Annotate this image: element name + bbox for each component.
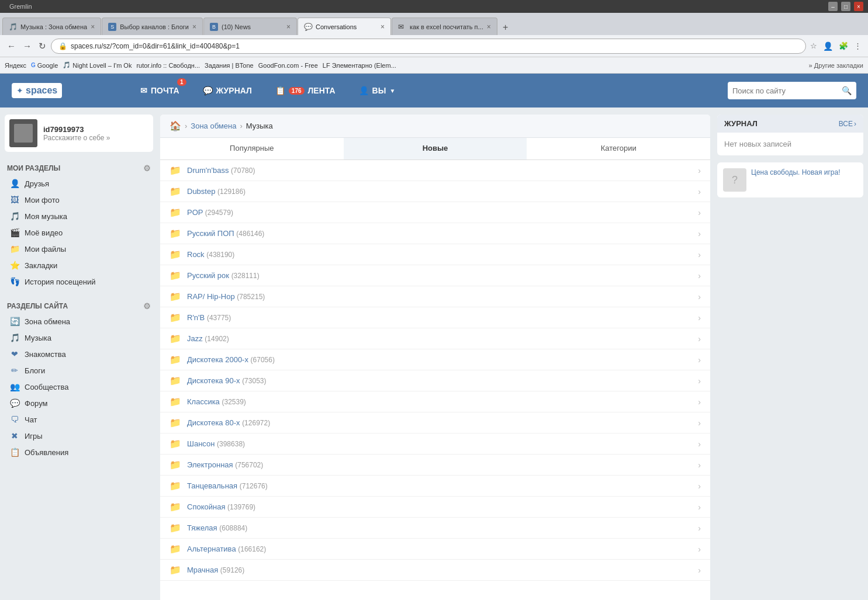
sidebar-item-мои-файлы[interactable]: 📁Мои файлы xyxy=(5,241,153,257)
tab-close-4[interactable]: × xyxy=(381,23,385,31)
folder-item[interactable]: 📁 Классика (32539) › xyxy=(160,391,710,412)
sidebar-item-моё-видео[interactable]: 🎬Моё видео xyxy=(5,224,153,241)
bookmark-rutor[interactable]: rutor.info :: Свободн... xyxy=(136,62,200,69)
folder-item[interactable]: 📁 Спокойная (139769) › xyxy=(160,497,710,518)
tab-favicon-3: В xyxy=(210,23,218,31)
tab-close-3[interactable]: × xyxy=(286,23,291,31)
tab-popular[interactable]: Популярные xyxy=(160,138,344,159)
folder-name: Jazz (14902) xyxy=(187,334,698,343)
menu-item-label: Моё видео xyxy=(25,228,63,237)
sidebar-item-история-посещений[interactable]: 👣История посещений xyxy=(5,273,153,290)
sidebar-item-закладки[interactable]: ⭐Закладки xyxy=(5,257,153,273)
folder-item[interactable]: 📁 POP (294579) › xyxy=(160,202,710,223)
site-header: ✦ spaces ✉ ПОЧТА 1 💬 ЖУРНАЛ 📋 176 ЛЕНТА … xyxy=(0,74,868,107)
sidebar-item-чат[interactable]: 🗨Чат xyxy=(5,411,153,428)
folder-item[interactable]: 📁 Dubstep (129186) › xyxy=(160,181,710,202)
menu-item-label: Друзья xyxy=(25,179,49,188)
folder-item[interactable]: 📁 Дискотека 80-х (126972) › xyxy=(160,412,710,433)
folder-arrow-icon: › xyxy=(698,313,701,322)
folder-item[interactable]: 📁 Jazz (14902) › xyxy=(160,328,710,349)
browser-tab-1[interactable]: 🎵 Музыка : Зона обмена × xyxy=(2,18,101,35)
folder-item[interactable]: 📁 R'n'B (43775) › xyxy=(160,307,710,328)
folder-item[interactable]: 📁 Альтернатива (166162) › xyxy=(160,539,710,560)
bookmarks-more[interactable]: » Другие закладки xyxy=(809,62,863,69)
sidebar-item-сообщества[interactable]: 👥Сообщества xyxy=(5,379,153,395)
folder-icon: 📁 xyxy=(170,249,181,260)
sidebar-item-игры[interactable]: ✖Игры xyxy=(5,428,153,444)
folder-item[interactable]: 📁 Русский рок (328111) › xyxy=(160,265,710,286)
tab-new[interactable]: Новые xyxy=(344,138,527,159)
folder-item[interactable]: 📁 RAP/ Hip-Hop (785215) › xyxy=(160,286,710,307)
back-button[interactable]: ← xyxy=(5,39,18,53)
folder-item[interactable]: 📁 Русский ПОП (486146) › xyxy=(160,223,710,244)
site-search-bar[interactable]: 🔍 xyxy=(728,82,856,99)
sidebar-item-мои-фото[interactable]: 🖼Мои фото xyxy=(5,192,153,208)
browser-tab-5[interactable]: ✉ как в excel посчитать п... × xyxy=(392,18,497,35)
browser-tab-3[interactable]: В (10) News × xyxy=(203,18,297,35)
nav-journal[interactable]: 💬 ЖУРНАЛ xyxy=(191,74,264,107)
ad-thumbnail: ? xyxy=(723,168,746,192)
browser-tab-4[interactable]: 💬 Conversations × xyxy=(298,18,391,35)
tab-close-2[interactable]: × xyxy=(192,23,196,31)
folder-icon: 📁 xyxy=(170,501,181,512)
search-input[interactable] xyxy=(732,86,839,95)
nav-bar: ← → ↻ 🔒 spaces.ru/sz/?com_id=0&dir=61&li… xyxy=(0,35,868,57)
bookmark-nightlovell[interactable]: 🎵 Night Lovell – I'm Ok xyxy=(63,61,132,69)
bookmark-goodfon[interactable]: GoodFon.com - Free xyxy=(258,62,318,69)
folder-item[interactable]: 📁 Rock (438190) › xyxy=(160,244,710,265)
avatar-nav-button[interactable]: 👤 xyxy=(821,40,835,53)
home-icon[interactable]: 🏠 xyxy=(170,120,181,131)
sidebar-item-друзья[interactable]: 👤Друзья xyxy=(5,175,153,192)
breadcrumb-zone[interactable]: Зона обмена xyxy=(191,122,236,130)
sidebar-item-знакомства[interactable]: ❤Знакомства xyxy=(5,346,153,362)
my-sections-title: МОИ РАЗДЕЛЫ ⚙ xyxy=(5,159,153,175)
search-button[interactable]: 🔍 xyxy=(842,86,852,95)
settings-icon[interactable]: ⚙ xyxy=(143,164,151,173)
folder-item[interactable]: 📁 Электронная (756702) › xyxy=(160,455,710,476)
address-bar[interactable]: 🔒 spaces.ru/sz/?com_id=0&dir=61&link_id=… xyxy=(51,39,806,54)
sidebar-item-музыка[interactable]: 🎵Музыка xyxy=(5,330,153,346)
settings-icon-2[interactable]: ⚙ xyxy=(143,301,151,311)
sidebar-item-зона-обмена[interactable]: 🔄Зона обмена xyxy=(5,313,153,330)
forward-button[interactable]: → xyxy=(20,39,34,53)
folder-item[interactable]: 📁 Шансон (398638) › xyxy=(160,433,710,455)
tab-close-1[interactable]: × xyxy=(91,23,95,31)
ad-link[interactable]: Цена свободы. Новая игра! xyxy=(751,168,841,176)
minimize-button[interactable]: – xyxy=(828,2,838,11)
profile-desc[interactable]: Расскажите о себе » xyxy=(43,134,110,142)
bookmark-google[interactable]: G Google xyxy=(31,62,58,69)
bookmark-btone[interactable]: Задания | BTone xyxy=(205,62,254,69)
folder-item[interactable]: 📁 Дискотека 90-х (73053) › xyxy=(160,370,710,391)
folder-item[interactable]: 📁 Танцевальная (712676) › xyxy=(160,476,710,497)
reload-button[interactable]: ↻ xyxy=(36,39,49,54)
folder-item[interactable]: 📁 Мрачная (59126) › xyxy=(160,560,710,581)
new-tab-button[interactable]: + xyxy=(498,20,513,35)
bookmark-elementarno[interactable]: LF Элементарно (Elem... xyxy=(323,62,396,69)
profile-id[interactable]: id79919973 xyxy=(43,125,110,134)
nav-mail[interactable]: ✉ ПОЧТА 1 xyxy=(129,74,191,107)
tab-categories[interactable]: Категории xyxy=(527,138,710,159)
extensions-button[interactable]: 🧩 xyxy=(837,40,850,52)
bookmark-star-button[interactable]: ☆ xyxy=(808,40,819,52)
sidebar-item-блоги[interactable]: ✏Блоги xyxy=(5,362,153,379)
tab-close-5[interactable]: × xyxy=(487,23,491,31)
tab-favicon-5: ✉ xyxy=(398,23,406,31)
close-button[interactable]: × xyxy=(854,2,863,11)
menu-button[interactable]: ⋮ xyxy=(852,40,863,52)
folder-name: Rock (438190) xyxy=(187,250,698,259)
maximize-button[interactable]: □ xyxy=(841,2,850,11)
site-logo[interactable]: ✦ spaces xyxy=(12,83,62,98)
tab-favicon-1: 🎵 xyxy=(9,23,17,31)
nav-me[interactable]: 👤 ВЫ ▼ xyxy=(347,74,407,107)
nav-feed[interactable]: 📋 176 ЛЕНТА xyxy=(264,74,347,107)
browser-tab-2[interactable]: S Выбор каналов : Блоги × xyxy=(102,18,203,35)
sidebar-item-форум[interactable]: 💬Форум xyxy=(5,395,153,411)
sidebar-item-объявления[interactable]: 📋Объявления xyxy=(5,444,153,460)
sidebar-item-моя-музыка[interactable]: 🎵Моя музыка xyxy=(5,208,153,224)
bookmark-yandex[interactable]: Яндекс xyxy=(5,62,26,69)
journal-all-link[interactable]: ВСЕ › xyxy=(839,120,856,128)
folder-item[interactable]: 📁 Drum'n'bass (70780) › xyxy=(160,160,710,181)
my-sections-label: МОИ РАЗДЕЛЫ xyxy=(7,164,60,172)
folder-item[interactable]: 📁 Тяжелая (608884) › xyxy=(160,518,710,539)
folder-item[interactable]: 📁 Дискотека 2000-х (67056) › xyxy=(160,349,710,370)
